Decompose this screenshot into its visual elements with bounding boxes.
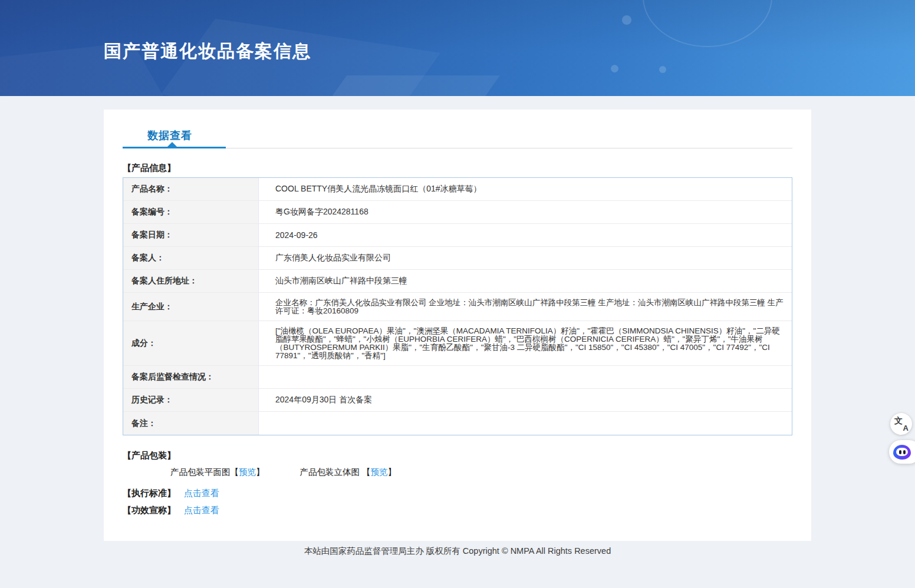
table-row: 备案人： 广东俏美人化妆品实业有限公司 <box>123 247 792 270</box>
row-label: 备注： <box>123 412 259 435</box>
package-stereo-preview-link[interactable]: 预览 <box>371 467 388 477</box>
header-banner: 国产普通化妆品备案信息 <box>0 0 915 96</box>
row-value: 2024-09-26 <box>259 224 792 246</box>
package-stereo-suffix: 】 <box>388 467 397 477</box>
row-label: 备案后监督检查情况： <box>123 366 259 388</box>
row-value <box>259 412 792 435</box>
assistant-icon <box>893 445 911 460</box>
tab-active-underline <box>123 147 226 148</box>
row-label: 生产企业： <box>123 293 259 321</box>
translate-button[interactable]: 文 A <box>890 413 912 435</box>
table-row: 历史记录： 2024年09月30日 首次备案 <box>123 389 792 412</box>
translate-icon: 文 <box>894 416 903 427</box>
table-row: 备注： <box>123 412 792 435</box>
assistant-button[interactable] <box>889 440 915 464</box>
row-label: 成分： <box>123 321 259 365</box>
row-value: 广东俏美人化妆品实业有限公司 <box>259 247 792 269</box>
package-flat-suffix: 】 <box>256 467 265 477</box>
package-flat-label: 产品包装平面图【 <box>170 467 239 477</box>
banner-decor-dot <box>611 65 618 72</box>
tab-active-arrow <box>167 142 177 147</box>
efficacy-claim-view-link[interactable]: 点击查看 <box>184 505 219 516</box>
row-value: ["油橄榄（OLEA EUROPAEA）果油"，"澳洲坚果（MACADAMIA … <box>259 321 792 365</box>
row-label: 备案日期： <box>123 224 259 246</box>
row-label: 备案人： <box>123 247 259 269</box>
section-exec-standard: 【执行标准】 <box>123 488 176 499</box>
package-preview-line: 产品包装平面图【预览】 产品包装立体图 【预览】 <box>170 467 396 478</box>
table-row: 生产企业： 企业名称：广东俏美人化妆品实业有限公司 企业地址：汕头市潮南区峡山广… <box>123 293 792 321</box>
table-row: 成分： ["油橄榄（OLEA EUROPAEA）果油"，"澳洲坚果（MACADA… <box>123 321 792 366</box>
banner-decor-dot <box>659 66 666 73</box>
copyright-text: 本站由国家药品监督管理局主办 版权所有 Copyright © NMPA All… <box>0 546 915 557</box>
row-value: 粤G妆网备字2024281168 <box>259 201 792 223</box>
page-footer: 本站由国家药品监督管理局主办 版权所有 Copyright © NMPA All… <box>0 541 915 588</box>
row-value: 2024年09月30日 首次备案 <box>259 389 792 411</box>
exec-standard-line: 【执行标准】 点击查看 <box>123 488 219 499</box>
row-label: 历史记录： <box>123 389 259 411</box>
row-value <box>259 366 792 388</box>
table-row: 产品名称： COOL BETTY俏美人流光晶冻镜面口红（01#冰糖草莓） <box>123 178 792 201</box>
row-value: 汕头市潮南区峡山广祥路中段第三幢 <box>259 270 792 292</box>
package-flat-preview-link[interactable]: 预览 <box>239 467 256 477</box>
section-product-package: 【产品包装】 <box>123 450 176 461</box>
banner-decor-dot <box>622 15 631 25</box>
table-row: 备案后监督检查情况： <box>123 366 792 389</box>
translate-icon-latin: A <box>903 424 909 432</box>
package-flat-item: 产品包装平面图【预览】 <box>170 467 265 478</box>
content-card: 数据查看 【产品信息】 产品名称： COOL BETTY俏美人流光晶冻镜面口红（… <box>104 110 811 541</box>
row-value: COOL BETTY俏美人流光晶冻镜面口红（01#冰糖草莓） <box>259 178 792 200</box>
row-label: 备案编号： <box>123 201 259 223</box>
tab-data-view[interactable]: 数据查看 <box>147 128 192 143</box>
efficacy-claim-line: 【功效宣称】 点击查看 <box>123 505 219 516</box>
table-row: 备案人住所地址： 汕头市潮南区峡山广祥路中段第三幢 <box>123 270 792 293</box>
row-label: 产品名称： <box>123 178 259 200</box>
package-stereo-label: 产品包装立体图 【 <box>300 467 371 477</box>
section-product-info: 【产品信息】 <box>123 163 176 174</box>
product-info-table: 产品名称： COOL BETTY俏美人流光晶冻镜面口红（01#冰糖草莓） 备案编… <box>123 177 792 435</box>
table-row: 备案日期： 2024-09-26 <box>123 224 792 247</box>
row-label: 备案人住所地址： <box>123 270 259 292</box>
section-efficacy-claim: 【功效宣称】 <box>123 505 176 516</box>
table-row: 备案编号： 粤G妆网备字2024281168 <box>123 201 792 224</box>
tab-divider-line <box>226 148 792 148</box>
exec-standard-view-link[interactable]: 点击查看 <box>184 488 219 499</box>
page-title: 国产普通化妆品备案信息 <box>104 39 311 64</box>
package-stereo-item: 产品包装立体图 【预览】 <box>300 467 397 478</box>
row-value: 企业名称：广东俏美人化妆品实业有限公司 企业地址：汕头市潮南区峡山广祥路中段第三… <box>259 293 792 321</box>
